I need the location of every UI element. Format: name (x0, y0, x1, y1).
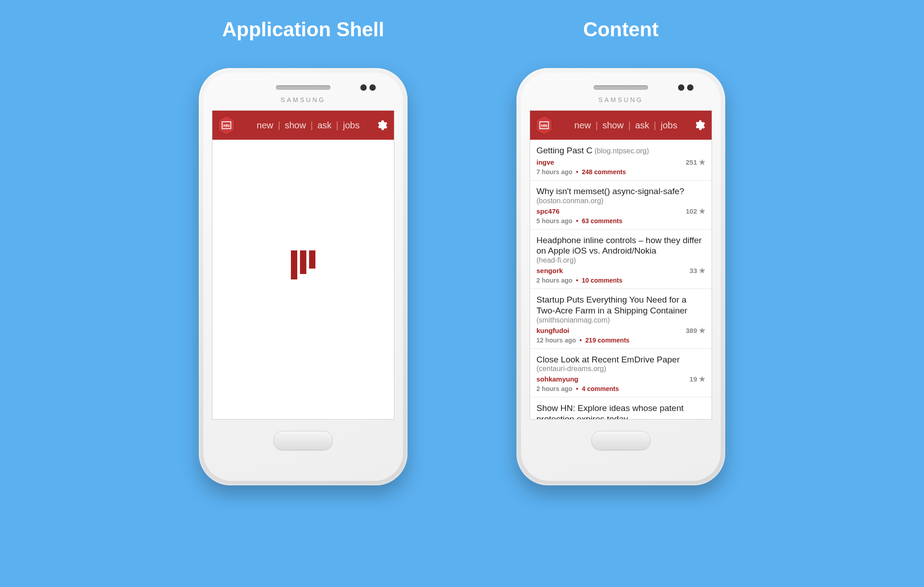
phone-inner: SAMSUNG HN new | s (203, 73, 403, 481)
story-title[interactable]: Why isn't memset() async-signal-safe? (536, 186, 684, 196)
diagram-stage: Application Shell SAMSUNG HN (0, 0, 924, 485)
story-title[interactable]: Close Look at Recent EmDrive Paper (536, 355, 680, 364)
story-comments[interactable]: 4 comments (582, 385, 619, 392)
phone-brand-label: SAMSUNG (599, 96, 644, 103)
story-domain: (centauri-dreams.org) (536, 365, 705, 373)
story-item[interactable]: Show HN: Explore ideas whose patent prot… (530, 397, 712, 419)
story-item[interactable]: Startup Puts Everything You Need for a T… (530, 289, 712, 349)
story-domain: (smithsonianmag.com) (536, 316, 705, 324)
story-item[interactable]: Getting Past C (blog.ntpsec.org) ingve 2… (530, 140, 712, 181)
story-points: 33 ★ (689, 266, 705, 275)
nav-new[interactable]: new (575, 120, 591, 131)
story-title[interactable]: Show HN: Explore ideas whose patent prot… (536, 403, 683, 419)
star-icon: ★ (699, 375, 705, 383)
gear-icon[interactable] (693, 118, 706, 132)
app-header: HN new | show | ask | jobs (212, 111, 394, 140)
nav-items: new | show | ask | jobs (241, 120, 375, 131)
story-title[interactable]: Startup Puts Everything You Need for a T… (536, 295, 688, 315)
home-button[interactable] (591, 431, 650, 450)
phone-frame-left: SAMSUNG HN new | s (199, 68, 408, 485)
nav-show[interactable]: show (285, 120, 306, 131)
nav-show[interactable]: show (602, 120, 624, 131)
story-time: 5 hours ago (536, 217, 572, 225)
screen-right: HN new | show | ask | jobs (530, 111, 712, 419)
sensor-dots (360, 84, 376, 91)
story-item[interactable]: Headphone inline controls – how they dif… (530, 230, 712, 289)
column-title-shell: Application Shell (222, 18, 384, 41)
column-title-content: Content (583, 18, 659, 41)
story-points: 251 ★ (686, 158, 705, 166)
story-author[interactable]: spc476 (536, 207, 560, 215)
hn-logo-icon[interactable]: HN (536, 115, 553, 135)
nav-jobs[interactable]: jobs (661, 120, 678, 131)
star-icon: ★ (699, 266, 705, 275)
nav-new[interactable]: new (257, 120, 274, 131)
story-time: 12 hours ago (536, 337, 576, 344)
app-header: HN new | show | ask | jobs (530, 111, 712, 140)
svg-text:HN: HN (223, 123, 230, 128)
svg-text:HN: HN (541, 123, 547, 128)
story-title[interactable]: Getting Past C (536, 146, 593, 155)
star-icon: ★ (699, 158, 705, 166)
story-list[interactable]: Getting Past C (blog.ntpsec.org) ingve 2… (530, 140, 712, 419)
hn-logo-icon[interactable]: HN (218, 115, 235, 135)
phone-frame-right: SAMSUNG HN new | s (516, 68, 725, 485)
story-points: 102 ★ (686, 207, 705, 215)
story-domain: (head-fi.org) (536, 256, 705, 264)
story-author[interactable]: sohkamyung (536, 375, 579, 383)
loading-icon (291, 250, 315, 279)
story-comments[interactable]: 248 comments (582, 168, 626, 176)
story-time: 2 hours ago (536, 385, 572, 392)
story-author[interactable]: ingve (536, 158, 554, 166)
story-points: 389 ★ (686, 326, 705, 335)
star-icon: ★ (699, 326, 705, 335)
nav-ask[interactable]: ask (635, 120, 649, 131)
story-title[interactable]: Headphone inline controls – how they dif… (536, 235, 702, 256)
sensor-dots (678, 84, 693, 91)
screen-left: HN new | show | ask | jobs (212, 111, 394, 419)
nav-jobs[interactable]: jobs (343, 120, 360, 131)
speaker-grille (276, 85, 330, 90)
story-domain: (blog.ntpsec.org) (595, 147, 649, 155)
story-domain: (boston.conman.org) (536, 197, 705, 205)
nav-ask[interactable]: ask (317, 120, 331, 131)
story-comments[interactable]: 219 comments (585, 337, 629, 344)
story-author[interactable]: sengork (536, 267, 563, 274)
story-time: 2 hours ago (536, 277, 572, 284)
story-time: 7 hours ago (536, 168, 572, 176)
phone-brand-label: SAMSUNG (281, 96, 326, 103)
star-icon: ★ (699, 207, 705, 215)
story-item[interactable]: Why isn't memset() async-signal-safe? (b… (530, 181, 712, 230)
home-button[interactable] (274, 431, 333, 450)
story-item[interactable]: Close Look at Recent EmDrive Paper (cent… (530, 349, 712, 398)
speaker-grille (594, 85, 648, 90)
phone-inner: SAMSUNG HN new | s (521, 73, 721, 481)
nav-items: new | show | ask | jobs (559, 120, 693, 131)
column-shell: Application Shell SAMSUNG HN (199, 18, 408, 485)
gear-icon[interactable] (375, 118, 388, 132)
column-content: Content SAMSUNG HN (516, 18, 725, 485)
story-points: 19 ★ (689, 375, 705, 383)
story-comments[interactable]: 10 comments (582, 277, 622, 284)
story-comments[interactable]: 63 comments (582, 217, 622, 225)
story-author[interactable]: kungfudoi (536, 327, 569, 334)
